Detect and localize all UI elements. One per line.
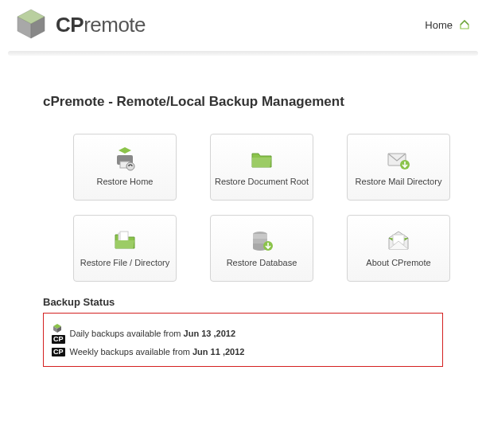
svg-point-6 xyxy=(126,162,134,170)
home-icon[interactable] xyxy=(459,19,470,30)
tile-label: About CPremote xyxy=(366,257,430,268)
nav-home-link[interactable]: Home xyxy=(425,19,453,31)
envelope-open-icon xyxy=(386,228,411,254)
tile-label: Restore Home xyxy=(97,176,154,187)
status-date: Jun 13 ,2012 xyxy=(184,329,235,338)
nav: Home xyxy=(425,19,470,31)
tile-restore-database[interactable]: Restore Database xyxy=(210,215,313,282)
backup-status-section: Backup Status CP Daily backups available… xyxy=(43,296,443,367)
header: CPremote Home xyxy=(0,0,486,46)
tile-restore-document-root[interactable]: Restore Document Root xyxy=(210,134,313,201)
svg-rect-10 xyxy=(120,232,128,241)
tile-label: Restore File / Directory xyxy=(80,257,169,268)
tile-restore-file[interactable]: Restore File / Directory xyxy=(73,215,177,282)
folder-icon xyxy=(249,147,274,173)
status-icon: CP xyxy=(52,323,65,344)
status-icon: CP xyxy=(52,348,65,356)
tile-label: Restore Mail Directory xyxy=(356,176,442,187)
page-title: cPremote - Remote/Local Backup Managemen… xyxy=(43,94,486,110)
logo: CPremote xyxy=(13,6,146,43)
status-row-daily: CP Daily backups available from Jun 13 ,… xyxy=(52,323,434,344)
database-download-icon xyxy=(249,228,274,254)
brand-text: CPremote xyxy=(56,13,146,37)
tile-about[interactable]: About CPremote xyxy=(347,215,450,282)
cube-icon xyxy=(13,6,49,43)
status-date: Jun 11 ,2012 xyxy=(192,347,244,356)
status-prefix: Daily backups available from xyxy=(70,329,184,338)
folder-files-icon xyxy=(112,228,138,254)
divider xyxy=(8,51,478,56)
mail-download-icon xyxy=(386,147,411,173)
status-text: Daily backups available from Jun 13 ,201… xyxy=(70,329,236,338)
tile-label: Restore Database xyxy=(227,257,297,268)
status-box: CP Daily backups available from Jun 13 ,… xyxy=(43,313,443,367)
brand-suffix: remote xyxy=(84,13,146,37)
cube-small-icon xyxy=(52,323,63,334)
status-row-weekly: CP Weekly backups available from Jun 11 … xyxy=(52,347,434,356)
status-text: Weekly backups available from Jun 11 ,20… xyxy=(70,347,245,356)
status-prefix: Weekly backups available from xyxy=(70,347,192,356)
tile-restore-mail[interactable]: Restore Mail Directory xyxy=(347,134,450,201)
cp-badge: CP xyxy=(52,335,65,344)
tiles-grid: Restore Home Restore Document Root Resto… xyxy=(73,134,486,282)
brand-prefix: CP xyxy=(56,13,84,37)
cp-badge: CP xyxy=(52,348,65,356)
printer-restore-icon xyxy=(112,147,138,173)
status-title: Backup Status xyxy=(43,296,443,308)
tile-restore-home[interactable]: Restore Home xyxy=(73,134,177,201)
tile-label: Restore Document Root xyxy=(215,176,309,187)
